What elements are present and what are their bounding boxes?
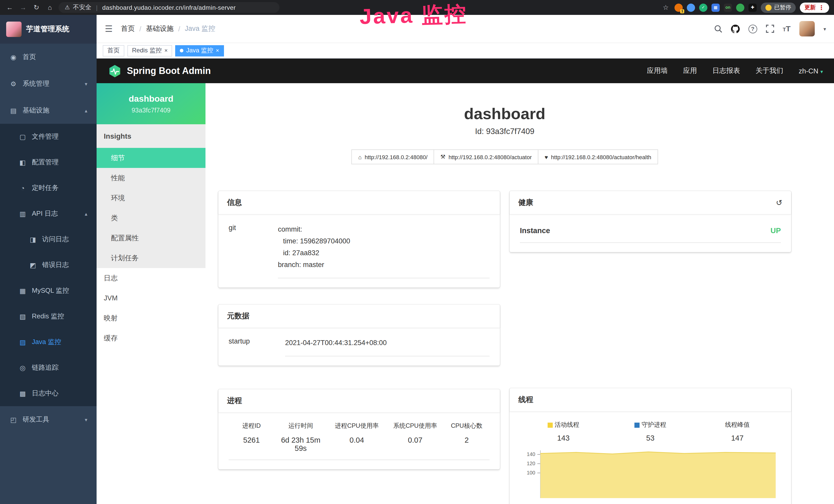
database-icon: ▦ bbox=[19, 287, 27, 295]
user-avatar[interactable] bbox=[799, 21, 815, 37]
breadcrumb-home[interactable]: 首页 bbox=[121, 24, 135, 33]
metadata-value: 2021-04-27T00:44:31.254+08:00 bbox=[285, 337, 489, 357]
health-instance-row[interactable]: Instance UP bbox=[520, 223, 781, 243]
sba-nav-wallboard[interactable]: 应用墙 bbox=[647, 66, 667, 75]
url-text[interactable]: dashboard.yudao.iocoder.cn/infra/admin-s… bbox=[102, 4, 236, 11]
sba-body: dashboard 93a3fc7f7409 Insights 细节 性能 环境… bbox=[96, 83, 834, 504]
home-icon[interactable]: ⌂ bbox=[45, 4, 54, 11]
sidebar-item-infra[interactable]: ▤ 基础设施 ▴ bbox=[0, 97, 96, 124]
insights-section-label: Insights bbox=[96, 124, 205, 148]
sba-item-caches[interactable]: 缓存 bbox=[96, 328, 205, 348]
font-size-icon[interactable]: TT bbox=[783, 24, 791, 33]
file-icon: ▢ bbox=[19, 133, 27, 140]
sba-item-scheduled-tasks[interactable]: 计划任务 bbox=[96, 248, 205, 268]
sidebar-item-config[interactable]: ◧ 配置管理 bbox=[0, 150, 96, 175]
log-center-icon: ▩ bbox=[19, 389, 27, 397]
refresh-history-icon[interactable]: ↺ bbox=[776, 198, 782, 207]
tab-home[interactable]: 首页 bbox=[103, 45, 124, 56]
sba-item-logs[interactable]: 日志 bbox=[96, 268, 205, 288]
sba-item-mappings[interactable]: 映射 bbox=[96, 308, 205, 328]
paused-badge[interactable]: 已暂停 bbox=[761, 2, 796, 13]
extension-icon-1[interactable]: 1 bbox=[675, 3, 683, 12]
extension-icon-5[interactable]: on bbox=[724, 3, 732, 12]
sba-item-config-props[interactable]: 配置属性 bbox=[96, 228, 205, 248]
github-icon[interactable] bbox=[731, 24, 740, 33]
sba-nav-applications[interactable]: 应用 bbox=[683, 66, 697, 75]
update-button[interactable]: 更新 ⋮ bbox=[800, 2, 829, 13]
close-icon[interactable]: × bbox=[164, 48, 168, 53]
sidebar-item-file[interactable]: ▢ 文件管理 bbox=[0, 124, 96, 150]
forward-icon[interactable]: → bbox=[19, 4, 28, 11]
browser-chrome: ← → ↻ ⌂ ⚠ 不安全 | dashboard.yudao.iocoder.… bbox=[0, 0, 834, 15]
header-actions: ? TT ▾ bbox=[714, 21, 826, 37]
extension-icon-7[interactable]: ✚ bbox=[748, 3, 757, 12]
extension-icon-6[interactable] bbox=[736, 3, 744, 12]
sidebar-item-job[interactable]: ◔ 定时任务 bbox=[0, 175, 96, 201]
health-url-button[interactable]: ♥ http://192.168.0.2:48080/actuator/heal… bbox=[539, 150, 658, 164]
chevron-up-icon: ▴ bbox=[85, 108, 87, 113]
git-info-row: git commit: time: 1596289704000 id: 27aa… bbox=[228, 223, 489, 278]
fullscreen-icon[interactable] bbox=[766, 25, 774, 33]
info-key: git bbox=[228, 223, 278, 278]
sidebar-item-mysql[interactable]: ▦ MySQL 监控 bbox=[0, 278, 96, 303]
extension-icon-2[interactable] bbox=[687, 3, 695, 12]
instance-hero: dashboard Id: 93a3fc7f7409 ⌂ http://192.… bbox=[218, 105, 791, 164]
hamburger-icon[interactable]: ☰ bbox=[105, 23, 113, 34]
actuator-url-button[interactable]: ⚒ http://192.168.0.2:48080/actuator bbox=[434, 150, 539, 164]
sba-item-classes[interactable]: 类 bbox=[96, 208, 205, 228]
ytick-100: 100 bbox=[527, 470, 535, 476]
back-icon[interactable]: ← bbox=[5, 4, 14, 11]
sba-item-details[interactable]: 细节 bbox=[96, 148, 205, 168]
heart-icon: ♥ bbox=[545, 154, 548, 160]
sba-item-environment[interactable]: 环境 bbox=[96, 188, 205, 208]
app-logo[interactable]: 芋道管理系统 bbox=[0, 15, 96, 44]
address-bar[interactable]: ⚠ 不安全 | dashboard.yudao.iocoder.cn/infra… bbox=[59, 2, 280, 13]
sidebar-item-trace[interactable]: ◎ 链路追踪 bbox=[0, 355, 96, 381]
process-col-sys-cpu: 系统CPU使用率 0.07 bbox=[387, 421, 444, 452]
sidebar-item-java[interactable]: ▨ Java 监控 bbox=[0, 329, 96, 355]
close-icon[interactable]: × bbox=[216, 48, 219, 53]
service-url-button[interactable]: ⌂ http://192.168.0.2:48080/ bbox=[351, 150, 434, 164]
sidebar-item-system[interactable]: ⚙ 系统管理 ▾ bbox=[0, 70, 96, 97]
gear-icon: ⚙ bbox=[9, 80, 18, 88]
sba-brand[interactable]: Spring Boot Admin bbox=[108, 64, 211, 78]
sba-locale-select[interactable]: zh-CN▾ bbox=[798, 67, 823, 75]
tab-java-monitor[interactable]: Java 监控 × bbox=[175, 45, 224, 56]
sidebar-item-redis[interactable]: ▧ Redis 监控 bbox=[0, 303, 96, 329]
logo-avatar bbox=[6, 22, 22, 37]
bookmark-star-icon[interactable]: ☆ bbox=[661, 4, 671, 11]
instance-id-subtitle: Id: 93a3fc7f7409 bbox=[218, 127, 791, 136]
log-icon: ▥ bbox=[19, 210, 27, 217]
sidebar-item-home[interactable]: ◉ 首页 bbox=[0, 44, 96, 70]
sba-navbar: Spring Boot Admin 应用墙 应用 日志报表 关于我们 zh-CN… bbox=[96, 59, 834, 83]
threads-legend: 活动线程 143 守护进程 bbox=[520, 420, 781, 442]
search-icon[interactable] bbox=[714, 25, 722, 33]
instance-id: 93a3fc7f7409 bbox=[132, 107, 171, 114]
extension-icon-4[interactable]: ▦ bbox=[711, 3, 720, 12]
browser-menu-icon[interactable]: ⋮ bbox=[818, 4, 825, 11]
sba-main: dashboard Id: 93a3fc7f7409 ⌂ http://192.… bbox=[205, 83, 834, 504]
help-icon[interactable]: ? bbox=[748, 24, 757, 33]
sidebar-item-log-center[interactable]: ▩ 日志中心 bbox=[0, 381, 96, 406]
avatar-caret-icon[interactable]: ▾ bbox=[824, 26, 826, 31]
breadcrumb-infra[interactable]: 基础设施 bbox=[146, 24, 174, 33]
extension-icon-3[interactable]: ✓ bbox=[699, 3, 707, 12]
sidebar-item-api-log[interactable]: ▥ API 日志 ▴ bbox=[0, 201, 96, 226]
breadcrumb-current: Java 监控 bbox=[185, 24, 216, 33]
sba-nav-journal[interactable]: 日志报表 bbox=[712, 66, 740, 75]
info-value: commit: time: 1596289704000 id: 27aa832 … bbox=[278, 223, 489, 278]
ytick-120: 120 bbox=[527, 461, 535, 466]
reload-icon[interactable]: ↻ bbox=[32, 4, 41, 11]
redis-icon: ▧ bbox=[19, 313, 27, 320]
sba-item-performance[interactable]: 性能 bbox=[96, 168, 205, 188]
tags-bar: 首页 Redis 监控 × Java 监控 × bbox=[96, 43, 834, 59]
tab-redis-monitor[interactable]: Redis 监控 × bbox=[127, 45, 172, 56]
sba-nav-about[interactable]: 关于我们 bbox=[755, 66, 783, 75]
sidebar-item-access-log[interactable]: ◨ 访问日志 bbox=[0, 226, 96, 252]
sidebar-item-dev-tools[interactable]: ◰ 研发工具 ▾ bbox=[0, 406, 96, 433]
security-label[interactable]: 不安全 bbox=[73, 3, 91, 12]
process-col-uptime: 运行时间 6d 23h 15m 59s bbox=[274, 421, 327, 452]
sidebar-item-error-log[interactable]: ◩ 错误日志 bbox=[0, 252, 96, 278]
sba-item-jvm[interactable]: JVM bbox=[96, 288, 205, 308]
instance-header[interactable]: dashboard 93a3fc7f7409 bbox=[96, 83, 205, 124]
